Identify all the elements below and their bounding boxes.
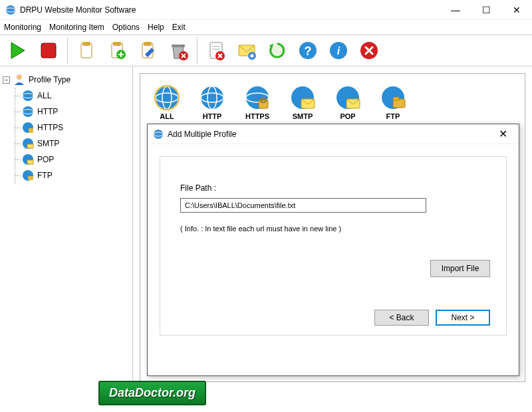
svg-point-27 — [17, 74, 22, 80]
add-profile-button[interactable] — [103, 37, 131, 64]
edit-profile-button[interactable] — [134, 37, 162, 64]
svg-rect-7 — [113, 42, 121, 46]
svg-rect-35 — [27, 144, 33, 148]
delete-profile-button[interactable] — [164, 37, 192, 64]
sidebar: – Profile Type ALL HTTP HTTPS SMTP POP F… — [0, 66, 133, 390]
menu-bar: Monitoring Monitoring Item Options Help … — [0, 20, 532, 35]
svg-point-30 — [23, 106, 33, 117]
tree-root[interactable]: – Profile Type — [3, 72, 130, 88]
dialog-inner-panel: File Path : ( Info. : In text file each … — [160, 156, 507, 336]
menu-options[interactable]: Options — [112, 23, 140, 32]
svg-point-40 — [156, 86, 178, 109]
proto-smtp[interactable]: SMTP — [289, 84, 316, 120]
menu-help[interactable]: Help — [148, 23, 164, 32]
toolbar: ? i — [0, 35, 532, 66]
tree-collapse-icon[interactable]: – — [3, 76, 10, 84]
menu-monitoring-item[interactable]: Monitoring Item — [49, 23, 104, 32]
dialog-nav-buttons: < Back Next > — [374, 310, 490, 326]
svg-marker-2 — [11, 43, 25, 58]
svg-rect-57 — [393, 97, 399, 100]
proto-label: FTP — [386, 112, 400, 120]
svg-text:?: ? — [305, 45, 312, 58]
svg-rect-5 — [82, 42, 90, 46]
import-file-button[interactable]: Import File — [430, 260, 490, 277]
sidebar-item-pop[interactable]: POP — [15, 152, 130, 167]
svg-rect-49 — [259, 100, 268, 108]
report-button[interactable] — [202, 37, 230, 64]
title-bar: DRPU Website Monitor Software — ☐ ✕ — [0, 0, 532, 20]
proto-https[interactable]: HTTPS — [244, 84, 271, 120]
svg-rect-11 — [172, 45, 185, 47]
file-path-label: File Path : — [180, 183, 486, 193]
svg-text:i: i — [337, 45, 340, 56]
proto-label: HTTPS — [245, 112, 269, 120]
next-button[interactable]: Next > — [436, 310, 490, 326]
svg-point-58 — [154, 130, 163, 139]
svg-point-44 — [201, 86, 223, 109]
refresh-button[interactable] — [263, 37, 291, 64]
tree-root-label: Profile Type — [29, 75, 70, 84]
protocol-row: ALL HTTP HTTPS SMTP POP FTP — [148, 82, 517, 123]
sidebar-item-http[interactable]: HTTP — [15, 104, 130, 120]
dialog-body: File Path : ( Info. : In text file each … — [148, 144, 519, 348]
menu-exit[interactable]: Exit — [172, 23, 186, 32]
sidebar-item-smtp[interactable]: SMTP — [15, 136, 130, 152]
app-icon — [5, 5, 16, 15]
menu-monitoring[interactable]: Monitoring — [4, 23, 41, 32]
sidebar-item-label: HTTPS — [37, 123, 63, 132]
dialog-titlebar: Add Multiple Profile ✕ — [148, 124, 519, 144]
sidebar-item-all[interactable]: ALL — [15, 88, 130, 104]
new-profile-button[interactable] — [72, 37, 100, 64]
help-button[interactable]: ? — [294, 37, 322, 64]
stop-button[interactable] — [35, 37, 63, 64]
maximize-button[interactable]: ☐ — [471, 0, 501, 20]
content-area: ALL HTTP HTTPS SMTP POP FTP Add Multiple… — [133, 66, 532, 390]
mail-settings-button[interactable] — [233, 37, 261, 64]
svg-rect-33 — [29, 128, 33, 133]
proto-label: ALL — [160, 112, 174, 120]
proto-label: SMTP — [293, 112, 313, 120]
dialog-icon — [153, 129, 164, 140]
proto-pop[interactable]: POP — [334, 84, 361, 120]
svg-rect-39 — [28, 176, 33, 180]
window-title: DRPU Website Monitor Software — [20, 5, 440, 15]
add-multiple-profile-dialog: Add Multiple Profile ✕ File Path : ( Inf… — [147, 124, 519, 376]
exit-button[interactable] — [355, 37, 383, 64]
back-button[interactable]: < Back — [374, 310, 429, 326]
dialog-title: Add Multiple Profile — [168, 130, 492, 139]
sidebar-item-label: SMTP — [37, 139, 59, 148]
svg-rect-37 — [27, 160, 33, 164]
proto-all[interactable]: ALL — [154, 84, 180, 120]
main-area: – Profile Type ALL HTTP HTTPS SMTP POP F… — [0, 66, 532, 390]
svg-point-0 — [6, 5, 15, 15]
sidebar-item-https[interactable]: HTTPS — [15, 120, 130, 136]
toolbar-separator — [67, 37, 68, 64]
info-text: ( Info. : In text file each url must hav… — [180, 225, 486, 233]
svg-rect-3 — [41, 43, 56, 58]
about-button[interactable]: i — [325, 37, 352, 64]
dialog-close-button[interactable]: ✕ — [492, 125, 513, 144]
file-path-input[interactable] — [180, 198, 426, 213]
sidebar-item-label: HTTP — [37, 107, 58, 116]
tree-children: ALL HTTP HTTPS SMTP POP FTP — [15, 88, 130, 183]
sidebar-item-label: POP — [37, 155, 54, 164]
sidebar-item-label: FTP — [37, 171, 53, 180]
close-button[interactable]: ✕ — [501, 0, 532, 20]
proto-ftp[interactable]: FTP — [380, 84, 406, 120]
play-button[interactable] — [4, 37, 32, 64]
sidebar-item-ftp[interactable]: FTP — [15, 167, 130, 183]
proto-label: HTTP — [203, 112, 222, 120]
watermark: DataDoctor.org — [98, 381, 206, 405]
sidebar-item-label: ALL — [37, 91, 51, 100]
proto-http[interactable]: HTTP — [199, 84, 225, 120]
proto-label: POP — [340, 112, 355, 120]
minimize-button[interactable]: — — [440, 0, 471, 20]
svg-point-28 — [23, 90, 33, 101]
svg-rect-10 — [144, 42, 152, 46]
toolbar-separator — [197, 37, 198, 64]
svg-point-19 — [251, 54, 254, 58]
content-panel: ALL HTTP HTTPS SMTP POP FTP Add Multiple… — [140, 73, 525, 382]
